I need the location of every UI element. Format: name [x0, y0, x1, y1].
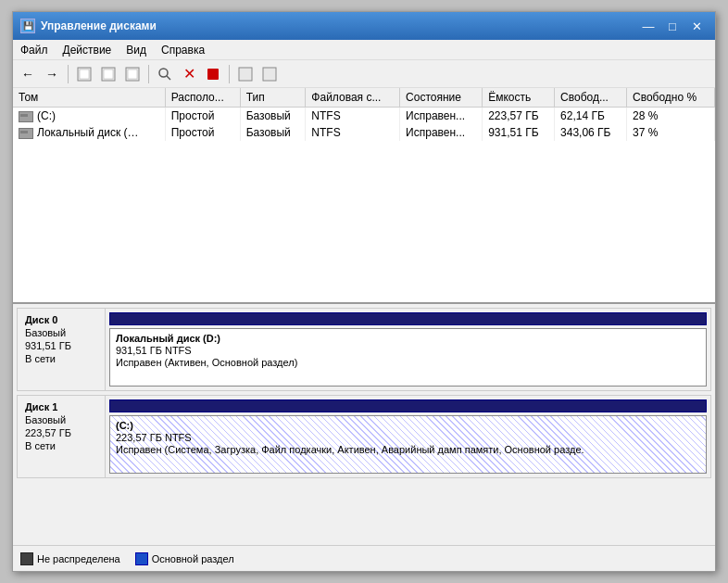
- col-free[interactable]: Свобод...: [555, 88, 627, 108]
- cell-capacity: 931,51 ГБ: [483, 124, 555, 141]
- menu-help[interactable]: Справка: [154, 40, 212, 59]
- cell-capacity: 223,57 ГБ: [483, 108, 555, 125]
- partition-details: 931,51 ГБ NTFS: [116, 345, 700, 356]
- cell-free: 343,06 ГБ: [555, 124, 627, 141]
- cell-free: 62,14 ГБ: [555, 108, 627, 125]
- title-bar: 💾 Управление дисками — □ ✕: [13, 12, 715, 40]
- toolbar-stop[interactable]: [202, 63, 224, 85]
- menu-view[interactable]: Вид: [119, 40, 154, 59]
- disk-name: Диск 0: [25, 314, 97, 325]
- col-status[interactable]: Состояние: [400, 88, 483, 108]
- toolbar-back[interactable]: ←: [17, 63, 39, 85]
- cell-layout: Простой: [165, 108, 240, 125]
- table-row[interactable]: (C:) Простой Базовый NTFS Исправен... 22…: [13, 108, 715, 125]
- disk-name: Диск 1: [25, 401, 97, 412]
- cell-volume: Локальный диск (…: [13, 124, 165, 141]
- legend-unallocated: Не распределена: [20, 552, 120, 565]
- minimize-button[interactable]: —: [637, 17, 659, 35]
- disk-icon: [19, 128, 33, 139]
- cell-freepct: 37 %: [626, 124, 714, 141]
- svg-rect-1: [80, 70, 89, 79]
- title-bar-left: 💾 Управление дисками: [20, 19, 157, 33]
- legend-primary: Основной раздел: [135, 552, 234, 565]
- disk-map-container: (C:) 223,57 ГБ NTFS Исправен (Система, З…: [106, 396, 710, 477]
- close-button[interactable]: ✕: [685, 17, 708, 35]
- app-icon: 💾: [20, 19, 35, 33]
- svg-line-7: [167, 76, 170, 80]
- partition-status: Исправен (Активен, Основной раздел): [116, 357, 700, 368]
- toolbar-delete[interactable]: ✕: [178, 63, 200, 85]
- toolbar-sep-3: [229, 65, 230, 83]
- toolbar-btn-4[interactable]: [234, 63, 257, 85]
- menu-action[interactable]: Действие: [56, 40, 119, 59]
- disk-type: Базовый: [25, 327, 97, 338]
- col-layout[interactable]: Располо...: [165, 88, 240, 108]
- svg-rect-5: [128, 70, 137, 79]
- volumes-table: Том Располо... Тип Файловая с... Состоян…: [13, 88, 715, 141]
- menu-file[interactable]: Файл: [13, 40, 56, 59]
- cell-status: Исправен...: [400, 108, 483, 125]
- disk-partition[interactable]: (C:) 223,57 ГБ NTFS Исправен (Система, З…: [109, 415, 707, 474]
- toolbar-sep-1: [68, 65, 69, 83]
- svg-rect-9: [239, 68, 252, 81]
- col-type[interactable]: Тип: [240, 88, 306, 108]
- cell-layout: Простой: [165, 124, 240, 141]
- legend-unallocated-box: [20, 552, 33, 565]
- toolbar-search[interactable]: [154, 63, 176, 85]
- legend-primary-box: [135, 552, 148, 565]
- disk-partition[interactable]: Локальный диск (D:) 931,51 ГБ NTFS Испра…: [109, 328, 707, 387]
- disk-map-area: Диск 0 Базовый 931,51 ГБ В сети Локальны…: [13, 304, 715, 545]
- disk-size: 223,57 ГБ: [25, 427, 97, 438]
- partition-name: (C:): [116, 420, 700, 431]
- disk-icon: [19, 111, 33, 122]
- cell-status: Исправен...: [400, 124, 483, 141]
- disk-label: Диск 1 Базовый 223,57 ГБ В сети: [18, 396, 106, 477]
- col-capacity[interactable]: Ёмкость: [483, 88, 555, 108]
- toolbar-btn-3[interactable]: [121, 63, 144, 85]
- cell-type: Базовый: [240, 108, 306, 125]
- partition-name: Локальный диск (D:): [116, 333, 700, 344]
- cell-filesystem: NTFS: [306, 124, 400, 141]
- toolbar-btn-2[interactable]: [97, 63, 119, 85]
- svg-rect-8: [207, 69, 219, 80]
- svg-rect-10: [263, 68, 276, 81]
- toolbar-btn-5[interactable]: [258, 63, 281, 85]
- toolbar-btn-1[interactable]: [73, 63, 95, 85]
- disk-status: В сети: [25, 440, 97, 451]
- content-area: Том Располо... Тип Файловая с... Состоян…: [13, 88, 715, 571]
- col-volume[interactable]: Том: [13, 88, 165, 108]
- cell-type: Базовый: [240, 124, 306, 141]
- partition-status: Исправен (Система, Загрузка, Файл подкач…: [116, 444, 700, 455]
- toolbar-forward[interactable]: →: [41, 63, 63, 85]
- disk-entry: Диск 1 Базовый 223,57 ГБ В сети (C:) 223…: [17, 395, 711, 478]
- legend-bar: Не распределена Основной раздел: [13, 545, 715, 571]
- table-row[interactable]: Локальный диск (… Простой Базовый NTFS И…: [13, 124, 715, 141]
- disk-status: В сети: [25, 353, 97, 364]
- legend-primary-label: Основной раздел: [152, 553, 234, 564]
- table-area: Том Располо... Тип Файловая с... Состоян…: [13, 88, 715, 304]
- cell-filesystem: NTFS: [306, 108, 400, 125]
- toolbar: ← → ✕: [13, 60, 715, 88]
- menu-bar: Файл Действие Вид Справка: [13, 40, 715, 60]
- cell-volume: (C:): [13, 108, 165, 125]
- disk-entry: Диск 0 Базовый 931,51 ГБ В сети Локальны…: [17, 308, 711, 391]
- disk-type: Базовый: [25, 414, 97, 425]
- disk-map-container: Локальный диск (D:) 931,51 ГБ NTFS Испра…: [106, 309, 710, 390]
- disk-usage-bar: [109, 312, 707, 325]
- cell-freepct: 28 %: [626, 108, 714, 125]
- svg-rect-3: [104, 70, 113, 79]
- title-buttons: — □ ✕: [637, 17, 708, 35]
- disk-label: Диск 0 Базовый 931,51 ГБ В сети: [18, 309, 106, 390]
- svg-point-6: [159, 69, 168, 77]
- legend-unallocated-label: Не распределена: [37, 553, 120, 564]
- col-filesystem[interactable]: Файловая с...: [306, 88, 400, 108]
- disk-size: 931,51 ГБ: [25, 340, 97, 351]
- table-header-row: Том Располо... Тип Файловая с... Состоян…: [13, 88, 715, 108]
- toolbar-sep-2: [148, 65, 149, 83]
- maximize-button[interactable]: □: [661, 17, 684, 35]
- main-window: 💾 Управление дисками — □ ✕ Файл Действие…: [12, 11, 716, 572]
- partition-details: 223,57 ГБ NTFS: [116, 432, 700, 443]
- col-freepct[interactable]: Свободно %: [626, 88, 714, 108]
- disk-usage-bar: [109, 399, 707, 412]
- window-title: Управление дисками: [41, 19, 157, 32]
